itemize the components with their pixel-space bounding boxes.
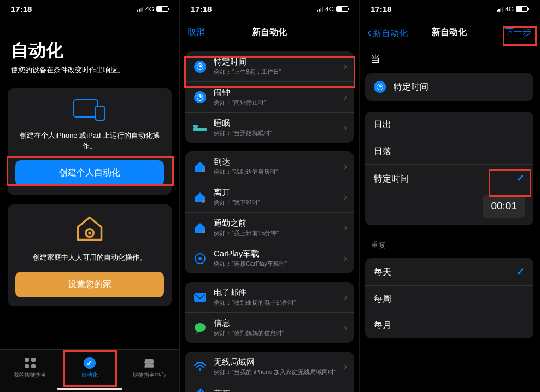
option-label: 每周 [374, 294, 391, 304]
svg-rect-3 [193, 125, 198, 128]
row-title: CarPlay车载 [214, 249, 344, 259]
trigger-arrive[interactable]: 到达例如："我到达健身房时" › [185, 151, 354, 182]
trigger-group-comm: 电子邮件例如："收到曲扬的电子邮件时" › 信息例如："收到妈妈的信息时" › [185, 282, 354, 343]
tab-bar: 我的快捷指令 ✓ 自动化 快捷指令中心 [0, 349, 179, 392]
trigger-alarm[interactable]: 闹钟例如："闹钟停止时" › [185, 81, 354, 112]
trigger-time-of-day[interactable]: 特定时间例如："上午8点，工作日" › [185, 51, 354, 81]
svg-point-6 [202, 230, 205, 233]
bluetooth-icon [192, 388, 208, 393]
row-subtitle: 例如："当开始就眠时" [214, 129, 344, 137]
svg-point-8 [195, 323, 206, 332]
nav-bar: 取消 新自动化 [180, 17, 359, 46]
option-sunrise[interactable]: 日出 [365, 112, 533, 138]
repeat-daily[interactable]: 每天 ✓ [365, 258, 533, 285]
row-title: 到达 [214, 157, 344, 167]
row-title: 离开 [214, 188, 344, 197]
option-label: 每天 [374, 267, 391, 277]
chevron-left-icon: ‹ [367, 26, 371, 39]
row-title: 睡眠 [214, 118, 344, 128]
network-label: 4G [145, 5, 154, 13]
message-icon [192, 323, 208, 334]
wifi-icon [192, 362, 208, 372]
trigger-bluetooth[interactable]: 蓝牙 › [185, 382, 354, 392]
row-subtitle: 例如："我到达健身房时" [214, 168, 344, 176]
page-title: 自动化 [11, 39, 168, 63]
status-right: 4G [317, 5, 348, 13]
row-subtitle: 例如："收到妈妈的信息时" [214, 329, 344, 337]
trigger-sleep[interactable]: 睡眠例如："当开始就眠时" › [185, 112, 354, 143]
repeat-section-label: 重复 [360, 234, 539, 253]
svg-point-5 [202, 200, 205, 203]
tab-automation-label: 自动化 [81, 371, 98, 379]
house-commute-icon [192, 222, 208, 234]
status-right: 4G [497, 5, 528, 13]
personal-automation-card: 创建在个人iPhone 或iPad 上运行的自动化操作。 创建个人自动化 [8, 88, 172, 195]
trigger-email[interactable]: 电子邮件例如："收到曲扬的电子邮件时" › [185, 282, 354, 312]
house-leave-icon [192, 191, 208, 203]
chosen-trigger-pill: 特定时间 [365, 73, 533, 101]
repeat-monthly[interactable]: 每月 [365, 312, 533, 338]
row-title: 闹钟 [214, 87, 344, 97]
row-title: 信息 [214, 318, 344, 328]
row-subtitle: 例如："收到曲扬的电子邮件时" [214, 299, 344, 307]
trigger-commute[interactable]: 通勤之前例如："我上班前15分钟" › [185, 212, 354, 243]
chevron-right-icon: › [344, 161, 347, 172]
when-label: 当 [360, 46, 539, 70]
home-icon [74, 214, 105, 245]
chevron-right-icon: › [344, 122, 347, 133]
row-subtitle: 例如："连接CarPlay车载时" [214, 260, 344, 268]
svg-point-4 [202, 169, 205, 172]
status-time: 17:18 [371, 4, 391, 14]
house-arrive-icon [192, 161, 208, 173]
time-option-group: 日出 日落 特定时间 ✓ 00:01 [365, 112, 533, 225]
battery-icon [516, 6, 528, 12]
tab-shortcuts[interactable]: 我的快捷指令 [0, 350, 60, 392]
checkmark-icon: ✓ [516, 266, 525, 278]
trigger-leave[interactable]: 离开例如："我下班时" › [185, 182, 354, 212]
trigger-carplay[interactable]: CarPlay车载例如："连接CarPlay车载时" › [185, 243, 354, 273]
time-picker[interactable]: 00:01 [483, 195, 525, 218]
option-sunset[interactable]: 日落 [365, 138, 533, 164]
signal-icon [137, 7, 143, 12]
checkmark-icon: ✓ [516, 172, 525, 184]
trigger-group-location: 到达例如："我到达健身房时" › 离开例如："我下班时" › 通勤之前例如："我… [185, 151, 354, 273]
signal-icon [317, 7, 323, 12]
row-subtitle: 例如："我下班时" [214, 198, 344, 207]
carplay-icon [195, 253, 206, 264]
trigger-wifi[interactable]: 无线局域网例如："当我的 iPhone 加入家庭无线局域网时" › [185, 352, 354, 382]
trigger-message[interactable]: 信息例如："收到妈妈的信息时" › [185, 312, 354, 343]
back-button[interactable]: ‹ 新自动化 [367, 26, 408, 40]
bed-icon [192, 124, 208, 132]
chosen-trigger-label: 特定时间 [394, 81, 429, 93]
nav-title: 新自动化 [252, 27, 287, 38]
row-title: 特定时间 [214, 57, 344, 67]
svg-rect-2 [193, 128, 207, 131]
screen-automation-home: 17:18 4G 自动化 使您的设备在条件改变时作出响应。 创建在个人iPhon… [0, 0, 180, 392]
automation-tab-icon: ✓ [84, 357, 96, 369]
trigger-group-time: 特定时间例如："上午8点，工作日" › 闹钟例如："闹钟停止时" › 睡眠例如：… [185, 51, 354, 143]
tab-automation[interactable]: ✓ 自动化 [60, 350, 119, 392]
status-time: 17:18 [191, 4, 212, 14]
repeat-group: 每天 ✓ 每周 每月 [365, 258, 533, 338]
cancel-button[interactable]: 取消 [187, 27, 205, 38]
alarm-icon [194, 91, 206, 103]
chevron-right-icon: › [344, 322, 347, 334]
tab-shortcuts-label: 我的快捷指令 [14, 371, 46, 379]
option-label: 日落 [374, 146, 391, 156]
nav-bar: ‹ 新自动化 新自动化 下一步 [360, 17, 539, 46]
tab-gallery[interactable]: 快捷指令中心 [120, 350, 179, 392]
row-title: 电子邮件 [214, 288, 344, 297]
row-title: 通勤之前 [214, 218, 344, 228]
next-button[interactable]: 下一步 [505, 27, 531, 38]
row-title: 无线局域网 [214, 357, 344, 367]
page-subtitle: 使您的设备在条件改变时作出响应。 [11, 65, 168, 75]
option-specific-time[interactable]: 特定时间 ✓ [365, 164, 533, 192]
mail-icon [192, 293, 208, 302]
screen-new-automation-triggers: 17:18 4G 取消 新自动化 特定时间例如："上午8点，工作日" › 闹钟例… [180, 0, 360, 392]
repeat-weekly[interactable]: 每周 [365, 285, 533, 312]
create-personal-automation-button[interactable]: 创建个人自动化 [15, 160, 164, 186]
setup-home-button[interactable]: 设置您的家 [15, 272, 164, 297]
back-label: 新自动化 [373, 28, 408, 38]
status-bar: 17:18 4G [180, 0, 359, 17]
status-bar: 17:18 4G [0, 0, 179, 17]
